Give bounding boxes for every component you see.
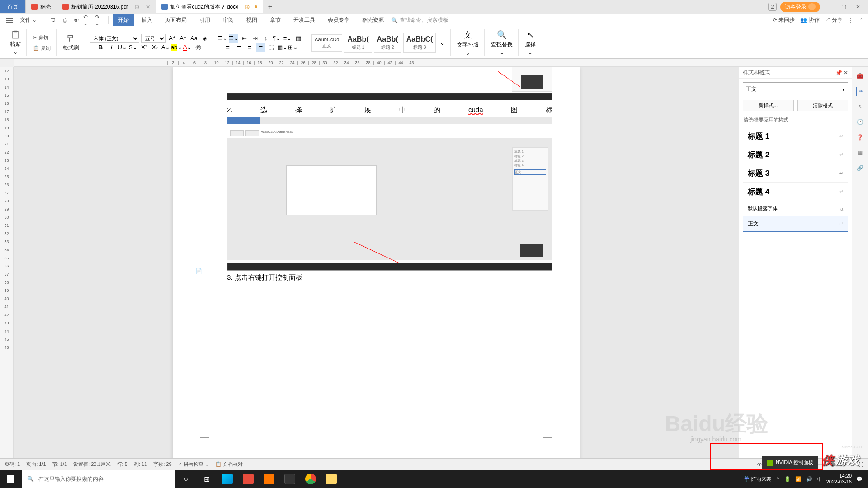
tab-daoke[interactable]: 稻壳	[26, 0, 57, 13]
close-panel-icon[interactable]: ✕	[844, 70, 848, 76]
menu-tab-view[interactable]: 视图	[241, 14, 263, 26]
status-words[interactable]: 字数: 29	[153, 461, 171, 468]
bold-button[interactable]: B	[96, 43, 105, 52]
underline-button[interactable]: U⌄	[118, 43, 127, 52]
menu-tab-review[interactable]: 审阅	[217, 14, 239, 26]
pencil-icon[interactable]: ✏	[856, 87, 865, 96]
style-h2[interactable]: AaBb(标题 2	[374, 33, 401, 53]
print-icon[interactable]: ⎙	[60, 15, 70, 25]
change-case-icon[interactable]: Aa	[189, 34, 198, 43]
new-style-button[interactable]: 新样式...	[743, 100, 794, 111]
increase-font-icon[interactable]: A⁺	[168, 34, 177, 43]
unsync-button[interactable]: ⟳ 未同步	[773, 16, 795, 24]
highlight-button[interactable]: ab⌄	[172, 43, 181, 52]
new-tab-button[interactable]: +	[263, 3, 277, 11]
tab-home[interactable]: 首页	[0, 0, 26, 13]
file-menu[interactable]: 文件 ⌄	[16, 14, 40, 26]
font-size-select[interactable]: 五号	[141, 34, 166, 43]
numbering-button[interactable]: ☷⌄	[229, 34, 238, 43]
shading-button[interactable]: ▦⌄	[278, 43, 287, 52]
style-item-body[interactable]: 正文↵	[743, 216, 848, 232]
link-icon[interactable]: 🔗	[856, 164, 865, 173]
style-item-default-font[interactable]: 默认段落字体a	[743, 201, 848, 216]
status-doccheck[interactable]: 📋 文档校对	[215, 461, 243, 468]
style-item-h3[interactable]: 标题 3↵	[743, 164, 848, 183]
copy-button[interactable]: 📋 复制	[31, 44, 52, 52]
collapse-ribbon-icon[interactable]: ⌃	[859, 17, 863, 23]
doc-text-line3[interactable]: 3. 点击右键打开控制面板	[227, 271, 552, 285]
layers-icon[interactable]: ▦	[856, 148, 865, 157]
paragraph-handle-icon[interactable]: 📄	[195, 268, 202, 274]
coop-button[interactable]: 👥 协作	[800, 16, 819, 24]
find-replace-button[interactable]: 🔍 查找替换⌄	[489, 28, 514, 57]
hamburger-icon[interactable]	[5, 16, 14, 24]
style-h1[interactable]: AaBb(标题 1	[344, 33, 372, 53]
styles-more-icon[interactable]: ⌄	[438, 38, 447, 47]
menu-tab-member[interactable]: 会员专享	[322, 14, 355, 26]
tray-battery-icon[interactable]: 🔋	[784, 476, 791, 482]
share-button[interactable]: ↗ 分享	[825, 16, 843, 24]
align-center-button[interactable]: ≣	[234, 43, 243, 52]
align-left-button[interactable]: ≡	[223, 43, 232, 52]
close-button[interactable]: ✕	[853, 1, 863, 12]
style-h3[interactable]: AaBbC(标题 3	[403, 33, 436, 53]
redo-icon[interactable]: ↷ ⌄	[95, 15, 105, 25]
text-layout-button[interactable]: 文 文字排版⌄	[455, 28, 481, 58]
start-button[interactable]	[0, 470, 22, 488]
cursor-icon[interactable]: ↖	[856, 102, 865, 111]
align-right-button[interactable]: ≡	[245, 43, 254, 52]
paste-button[interactable]: 粘贴 ⌄	[8, 28, 23, 57]
status-pagenum[interactable]: 页码: 1	[5, 461, 20, 468]
tray-chevron-icon[interactable]: ⌃	[776, 476, 780, 482]
explorer-app[interactable]	[321, 470, 342, 488]
show-marks-button[interactable]: ¶⌄	[272, 34, 281, 43]
superscript-button[interactable]: X²	[140, 43, 149, 52]
undo-icon[interactable]: ↶ ⌄	[83, 15, 93, 25]
command-search[interactable]: 🔍 查找命令、搜索模板	[391, 16, 448, 24]
increase-indent-button[interactable]: ⇥	[250, 34, 259, 43]
style-item-h2[interactable]: 标题 2↵	[743, 145, 848, 164]
font-color-button[interactable]: A⌄	[183, 43, 192, 52]
preview-icon[interactable]: 👁	[71, 15, 81, 25]
doc-text-line2[interactable]: 2.选择扩展中的cuda图标	[227, 103, 552, 117]
style-item-h4[interactable]: 标题 4↵	[743, 183, 848, 201]
app-orange[interactable]	[259, 470, 279, 488]
italic-button[interactable]: I	[107, 43, 116, 52]
cut-button[interactable]: ✂ 剪切	[31, 33, 52, 42]
menu-tab-dev[interactable]: 开发工具	[288, 14, 321, 26]
minimize-button[interactable]: —	[824, 1, 835, 12]
ruler-horizontal[interactable]: 2468101214161820222426283032343638404244…	[14, 59, 868, 67]
tray-wifi-icon[interactable]: 📶	[795, 476, 802, 482]
toolbox-icon[interactable]: 🧰	[856, 71, 865, 80]
distribute-button[interactable]: ⬚	[267, 43, 276, 52]
menu-tab-start[interactable]: 开始	[113, 14, 134, 26]
tabs-button[interactable]: ⊞⌄	[288, 43, 297, 52]
style-item-h1[interactable]: 标题 1↵	[743, 127, 848, 145]
line-spacing-button[interactable]: ≡⌄	[283, 34, 292, 43]
circled-char-button[interactable]: ㊕	[194, 43, 203, 52]
sort-button[interactable]: ↕	[261, 34, 270, 43]
strikethrough-button[interactable]: S⌄	[129, 43, 138, 52]
fullscreen-icon[interactable]: ⛶	[859, 462, 863, 467]
more-icon[interactable]: ⋮	[848, 17, 854, 23]
edge-app[interactable]	[217, 470, 238, 488]
status-spellcheck[interactable]: ✓ 拼写检查 ⌄	[178, 461, 209, 468]
wps-app[interactable]	[238, 470, 259, 488]
maximize-button[interactable]: ▢	[838, 1, 849, 12]
tab-docx[interactable]: 如何查看cuda的版本？.docx ⊕	[156, 0, 264, 13]
menu-tab-layout[interactable]: 页面布局	[160, 14, 192, 26]
subscript-button[interactable]: X₂	[151, 43, 160, 52]
clear-format-icon[interactable]: ◈	[200, 34, 209, 43]
decrease-font-icon[interactable]: A⁻	[179, 34, 188, 43]
bullets-button[interactable]: ☰⌄	[218, 34, 227, 43]
help-icon[interactable]: ❓	[856, 133, 865, 142]
notification-icon[interactable]: 💬	[856, 476, 863, 482]
select-button[interactable]: ↖ 选择⌄	[523, 28, 538, 57]
clock-icon[interactable]: 🕐	[856, 117, 865, 127]
tray-clock[interactable]: 14:20 2022-03-16	[826, 473, 852, 485]
current-style-select[interactable]: 正文▾	[743, 82, 848, 96]
tray-ime-icon[interactable]: 中	[817, 476, 822, 483]
style-body[interactable]: AaBbCcDd正文	[311, 34, 342, 52]
badge-icon[interactable]: 2	[768, 3, 777, 11]
tab-menu-icon[interactable]: ⊕	[134, 3, 140, 10]
